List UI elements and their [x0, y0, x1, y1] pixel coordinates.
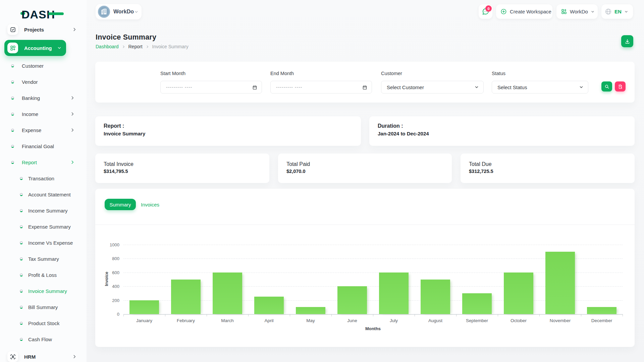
page-title: Invoice Summary — [96, 33, 156, 42]
messages-button[interactable]: 0 — [479, 4, 492, 19]
breadcrumb-report[interactable]: Report — [128, 44, 143, 49]
sidebar-item-label: Product Stock — [28, 320, 59, 326]
total-paid-card: Total Paid $2,070.0 — [278, 154, 452, 183]
bullet-icon — [11, 80, 14, 83]
gridline-1000 — [123, 245, 623, 245]
x-tick — [331, 314, 332, 316]
create-workspace-button[interactable]: Create Workspace — [496, 4, 552, 19]
bar-november — [545, 252, 575, 314]
sidebar-item-profit-loss[interactable]: Profit & Loss — [0, 267, 87, 283]
sidebar-item-account-statement[interactable]: Account Statement — [0, 186, 87, 202]
sidebar-item-income-vs-expense[interactable]: Income Vs Expense — [0, 235, 87, 251]
end-month-input[interactable]: --------- ---- — [270, 81, 372, 94]
bullet-icon — [20, 209, 23, 212]
sidebar-item-expense[interactable]: Expense — [0, 122, 87, 138]
sidebar-item-banking[interactable]: Banking — [0, 90, 87, 106]
workspace-chip[interactable]: WorkDo — [96, 4, 142, 19]
sidebar-item-financial-goal[interactable]: Financial Goal — [0, 138, 87, 154]
sidebar-item-report[interactable]: Report — [0, 154, 87, 170]
sidebar-item-label: Report — [22, 160, 37, 165]
bar-april — [254, 297, 284, 314]
language-label: EN — [614, 9, 622, 14]
sidebar-item-label: Income Vs Expense — [28, 240, 73, 246]
report-card-value: Invoice Summary — [104, 131, 145, 136]
status-select-value: Select Status — [497, 84, 527, 90]
bullet-icon — [20, 274, 23, 277]
month-label-july: July — [373, 318, 415, 323]
duration-card: Duration : Jan-2024 to Dec-2024 — [369, 116, 635, 146]
workspace-name: WorkDo — [113, 9, 134, 15]
sidebar-item-bill-summary[interactable]: Bill Summary — [0, 299, 87, 315]
projects-check-icon — [7, 24, 18, 35]
bar-september — [462, 293, 492, 314]
month-label-december: December — [581, 318, 623, 323]
tab-invoices[interactable]: Invoices — [141, 199, 159, 210]
bar-august — [421, 280, 450, 314]
report-card: Report : Invoice Summary — [95, 116, 361, 146]
workspace-switcher-label: WorkDo — [570, 9, 588, 14]
sidebar-item-label: Banking — [22, 95, 40, 101]
sidebar-item-transaction[interactable]: Transaction — [0, 170, 87, 186]
language-button[interactable]: EN — [601, 4, 633, 19]
sidebar-item-customer[interactable]: Customer — [0, 58, 87, 74]
end-month-placeholder: --------- ---- — [276, 84, 303, 90]
chevron-right-icon — [70, 160, 75, 165]
customer-select-value: Select Customer — [387, 84, 424, 90]
bullet-icon — [11, 145, 14, 148]
create-workspace-label: Create Workspace — [510, 9, 551, 14]
sidebar-item-income-summary[interactable]: Income Summary — [0, 202, 87, 219]
sidebar-item-product-stock[interactable]: Product Stock — [0, 315, 87, 331]
workspace-switcher-button[interactable]: WorkDo — [556, 4, 598, 19]
y-tick-label-1000: 1000 — [105, 242, 119, 247]
status-select[interactable]: Select Status — [492, 81, 588, 94]
calendar-icon — [362, 85, 367, 90]
month-label-june: June — [331, 318, 373, 323]
x-tick — [539, 314, 540, 316]
x-tick — [498, 314, 498, 316]
logo-bar — [48, 12, 64, 15]
bar-october — [504, 273, 533, 314]
breadcrumb-dashboard[interactable]: Dashboard — [96, 44, 119, 49]
y-axis-title: Invoice — [104, 272, 109, 286]
download-button[interactable] — [621, 35, 633, 47]
x-tick — [248, 314, 249, 316]
sidebar-item-accounting[interactable]: Accounting — [0, 40, 87, 56]
start-month-input[interactable]: --------- ---- — [160, 81, 262, 94]
filter-card: Start Month End Month Customer Status --… — [95, 62, 635, 103]
workspace-grid-icon — [561, 8, 567, 15]
duration-card-title: Duration : — [378, 123, 403, 129]
customer-select[interactable]: Select Customer — [381, 81, 484, 94]
bullet-icon — [11, 113, 14, 116]
month-label-august: August — [415, 318, 456, 323]
sidebar-item-vendor[interactable]: Vendor — [0, 74, 87, 90]
month-label-september: September — [456, 318, 498, 323]
bar-december — [587, 307, 616, 314]
total-invoice-card: Total Invoice $314,795.5 — [95, 154, 269, 183]
total-due-label: Total Due — [469, 161, 492, 167]
chat-badge: 0 — [485, 5, 492, 12]
sidebar-item-hrm[interactable]: HRM — [0, 349, 87, 362]
sidebar-item-cash-flow[interactable]: Cash Flow — [0, 331, 87, 347]
sidebar-item-invoice-summary[interactable]: Invoice Summary — [0, 283, 87, 299]
sidebar-item-label: Invoice Summary — [28, 288, 67, 294]
apply-filter-button[interactable] — [601, 81, 612, 92]
reset-filter-button[interactable] — [615, 81, 626, 92]
sidebar-item-projects[interactable]: Projects — [0, 21, 87, 38]
x-tick — [456, 314, 457, 316]
plus-circle-icon — [500, 8, 507, 15]
sidebar-item-tax-summary[interactable]: Tax Summary — [0, 251, 87, 267]
report-card-title: Report : — [104, 123, 124, 129]
chart-card: Summary Invoices 02004006008001000Januar… — [95, 189, 635, 347]
sidebar-item-expense-summary[interactable]: Expense Summary — [0, 219, 87, 235]
tab-summary[interactable]: Summary — [105, 199, 136, 210]
start-month-label: Start Month — [160, 71, 185, 76]
x-tick — [123, 314, 124, 316]
chevron-down-icon — [624, 10, 628, 14]
chevron-right-icon — [70, 112, 75, 116]
month-label-march: March — [207, 318, 248, 323]
sidebar-item-income[interactable]: Income — [0, 106, 87, 122]
y-tick-label-800: 800 — [105, 256, 119, 261]
month-label-april: April — [248, 318, 290, 323]
sidebar-item-label: Projects — [24, 27, 44, 33]
bullet-icon — [11, 161, 14, 164]
